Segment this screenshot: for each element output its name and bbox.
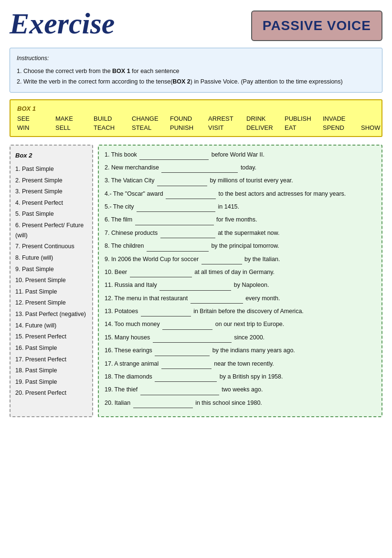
sentence: 8. The children by the principal tomorro…: [105, 242, 376, 251]
box1-row1: SEEMAKEBUILDCHANGEFOUNDARRESTDRINKPUBLIS…: [17, 115, 375, 122]
box1-words: SEEMAKEBUILDCHANGEFOUNDARRESTDRINKPUBLIS…: [17, 115, 375, 131]
box1-word: ARREST: [208, 115, 246, 122]
answer-blank: [160, 229, 215, 238]
answer-blank: [162, 320, 212, 329]
answer-blank: [161, 163, 238, 173]
answer-blank: [166, 190, 216, 199]
box2-item: 17. Present Perfect: [15, 355, 87, 365]
sentence: 9. In 2006 the World Cup for soccer by t…: [105, 255, 376, 264]
box2-item: 15. Present Perfect: [15, 332, 87, 342]
box2-item: 9. Past Simple: [15, 264, 87, 274]
box1-word: BUILD: [94, 115, 132, 122]
box1-word: SEE: [17, 115, 55, 122]
box1-row2: WINSELLTEACHSTEALPUNISHVISITDELIVEREATSP…: [17, 124, 375, 131]
box1-word: SPEND: [323, 124, 361, 131]
box2-item: 1. Past Simple: [15, 164, 87, 174]
answer-blank: [161, 359, 212, 369]
sentence: 11. Russia and Italy by Napoleon.: [105, 281, 376, 290]
box1-word: PUBLISH: [285, 115, 323, 122]
box2-item: 18. Past Simple: [15, 366, 87, 376]
box2-item: 16. Past Simple: [15, 343, 87, 353]
box2-item: 5. Past Simple: [15, 209, 87, 219]
box1-word: WIN: [17, 124, 55, 131]
answer-blank: [155, 346, 210, 356]
sentence: 4.- The "Oscar" award to the best actors…: [105, 190, 376, 199]
sentence: 6. The film for five months.: [105, 215, 376, 225]
box1-word: SHOW: [361, 124, 392, 131]
box2-item: 11. Past Simple: [15, 287, 87, 297]
sentence: 19. The thief two weeks ago.: [105, 385, 376, 395]
answer-blank: [133, 399, 193, 408]
box1-word: TEACH: [94, 124, 132, 131]
answer-blank: [191, 294, 243, 304]
box2-item: 3. Present Simple: [15, 187, 87, 197]
answer-blank: [141, 307, 191, 316]
answer-blank: [201, 255, 242, 264]
sentences-list: 1. This book before World War II.2. New …: [105, 150, 376, 409]
box1-word: VISIT: [208, 124, 246, 131]
answer-blank: [147, 242, 209, 251]
box1-word: CHANGE: [132, 115, 170, 122]
sentence: 13. Potatoes in Britain before the disco…: [105, 307, 376, 316]
box1-word: DRINK: [246, 115, 285, 122]
box2-item: 20. Present Perfect: [15, 388, 87, 398]
main-content: Box 2 1. Past Simple2. Present Simple3. …: [10, 145, 382, 418]
box2-item: 19. Past Simple: [15, 377, 87, 387]
title-passive: PASSIVE VOICE: [251, 11, 382, 41]
box2-item: 13. Past Perfect (negative): [15, 309, 87, 319]
instructions-box: Instructions: 1. Choose the correct verb…: [10, 48, 382, 93]
box1-title: BOX 1: [17, 105, 375, 112]
sentence: 18. The diamonds by a British spy in 195…: [105, 372, 376, 382]
box1-word: FOUND: [170, 115, 208, 122]
answer-blank: [155, 372, 217, 382]
sentence: 20. Italian in this school since 1980.: [105, 399, 376, 408]
box2-items: 1. Past Simple2. Present Simple3. Presen…: [15, 164, 87, 398]
box2: Box 2 1. Past Simple2. Present Simple3. …: [10, 145, 93, 418]
sentence: 14. Too much money on our next trip to E…: [105, 320, 376, 329]
sentences-box: 1. This book before World War II.2. New …: [98, 145, 382, 418]
box2-item: 2. Present Simple: [15, 176, 87, 186]
answer-blank: [140, 385, 219, 395]
box2-item: 12. Present Simple: [15, 298, 87, 308]
instructions-label: Instructions:: [17, 53, 375, 64]
answer-blank: [157, 176, 207, 186]
box1-word: INVADE: [323, 115, 361, 122]
box1-word: PUNISH: [170, 124, 208, 131]
sentence: 1. This book before World War II.: [105, 150, 376, 160]
box1-word: EAT: [285, 124, 323, 131]
answer-blank: [153, 333, 232, 343]
box1-word: MAKE: [55, 115, 94, 122]
sentence: 17. A strange animal near the town recen…: [105, 359, 376, 369]
box2-item: 7. Present Continuous: [15, 242, 87, 252]
box2-item: 6. Present Perfect/ Future (will): [15, 221, 87, 240]
sentence: 10. Beer at all times of day in Germany.: [105, 268, 376, 277]
answer-blank: [137, 202, 215, 212]
sentence: 7. Chinese products at the supermaket no…: [105, 229, 376, 238]
box2-item: 10. Present Simple: [15, 275, 87, 285]
box1-word: DELIVER: [246, 124, 285, 131]
answer-blank: [139, 150, 209, 160]
sentence: 2. New merchandise today.: [105, 163, 376, 173]
sentence: 15. Many houses since 2000.: [105, 333, 376, 343]
title-exercise: Exercise: [10, 9, 115, 38]
box2-item: 4. Present Perfect: [15, 198, 87, 208]
box2-title: Box 2: [15, 150, 87, 160]
instruction-1: 1. Choose the correct verb from the BOX …: [17, 66, 375, 77]
box1-word: STEAL: [132, 124, 170, 131]
answer-blank: [159, 281, 231, 290]
sentence: 12. The menu in that restaurant every mo…: [105, 294, 376, 304]
box2-item: 14. Future (will): [15, 321, 87, 331]
box2-item: 8. Future (will): [15, 253, 87, 263]
sentence: 16. These earings by the indians many ye…: [105, 346, 376, 356]
box1-word: SELL: [55, 124, 94, 131]
answer-blank: [130, 268, 192, 277]
instruction-2: 2. Write the verb in the correct form ac…: [17, 76, 375, 87]
box1: BOX 1 SEEMAKEBUILDCHANGEFOUNDARRESTDRINK…: [10, 99, 382, 137]
sentence: 5.- The city in 1415.: [105, 202, 376, 212]
answer-blank: [135, 215, 214, 225]
sentence: 3. The Vatican City by millions of touri…: [105, 176, 376, 186]
